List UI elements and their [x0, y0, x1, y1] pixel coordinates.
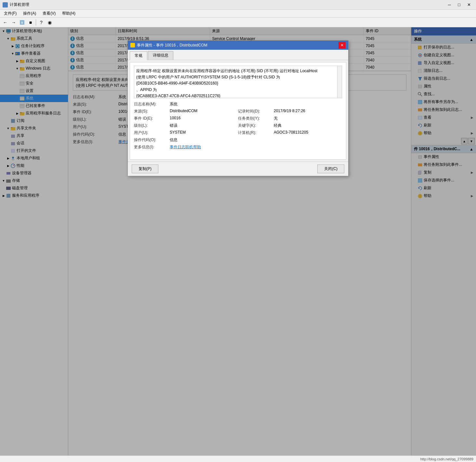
dlg-eventid-label: 事件 ID(E):: [134, 116, 170, 121]
menu-help[interactable]: 帮助(H): [59, 10, 78, 17]
dlg-opcode-value: 信息: [170, 137, 238, 143]
dlg-opcode-label: 操作代码(O):: [134, 137, 170, 143]
dialog-scroll-text3: {D63B10C5-BB46-4990-A94F-E40B9D520160}: [136, 80, 340, 86]
dialog-detail-fields: 日志名称(M): 系统 来源(S): DistributedCOM 记录时间(D…: [134, 101, 342, 150]
dialog-title-left: 事件属性 - 事件 10016，DistributedCOM: [130, 43, 207, 48]
modal-overlay: 事件属性 - 事件 10016，DistributedCOM ✕ 常规 详细信息…: [0, 27, 476, 462]
title-bar: 计算机管理 ─ □ ✕: [0, 0, 476, 10]
dialog-scroll-text1: 应用程序-特定 权限设置并未向在应用程序容器中运行的地址 (不可用) SID (…: [136, 68, 340, 74]
dlg-eventid-value: 10016: [170, 116, 238, 121]
close-btn[interactable]: ✕: [464, 1, 473, 8]
minimize-btn[interactable]: ─: [445, 1, 454, 8]
dlg-user-label: 用户(U):: [134, 130, 170, 136]
dialog-scroll-text2: (使用 LRPC 中的用户 NT AUTHORITY\SYSTEM SID (S…: [136, 74, 340, 80]
dlg-keyword-value: 经典: [274, 123, 342, 128]
toolbar-help[interactable]: ?: [37, 19, 45, 26]
dialog-tab-general[interactable]: 常规: [130, 51, 147, 60]
toolbar-back[interactable]: ←: [1, 19, 9, 26]
dlg-level-value: 错误: [170, 123, 238, 128]
dlg-keyword-label: 关键字(K):: [238, 123, 274, 128]
dialog-content: 应用程序-特定 权限设置并未向在应用程序容器中运行的地址 (不可用) SID (…: [130, 62, 346, 160]
dlg-empty4: [274, 137, 342, 143]
dialog-tab-details[interactable]: 详细信息: [148, 51, 173, 60]
dialog-title-text: 事件属性 - 事件 10016，DistributedCOM: [137, 43, 207, 48]
dlg-logname-label: 日志名称(M):: [134, 101, 170, 107]
dialog-close-x-btn[interactable]: ✕: [338, 42, 346, 48]
menu-file[interactable]: 文件(F): [1, 10, 19, 17]
dialog-title-bar: 事件属性 - 事件 10016，DistributedCOM ✕: [128, 41, 348, 50]
dlg-level-label: 级别(L):: [134, 123, 170, 128]
app-icon: [3, 2, 8, 7]
up-icon: ⬆: [20, 20, 25, 25]
dlg-source-label: 来源(S):: [134, 109, 170, 114]
title-text: 计算机管理: [10, 2, 29, 7]
dlg-rectime-value: 2017/9/19 8:27:26: [274, 109, 342, 114]
dialog-icon: [130, 43, 135, 47]
toolbar-up[interactable]: ⬆: [18, 19, 26, 26]
dialog-scroll-area[interactable]: 应用程序-特定 权限设置并未向在应用程序容器中运行的地址 (不可用) SID (…: [134, 66, 342, 98]
toolbar: ← → ⬆ ■ ? ◉: [0, 18, 476, 27]
status-bar-text: http://blog.csdn.net/qq_27099889: [420, 457, 473, 461]
dlg-empty3: [238, 137, 274, 143]
dlg-moreinfo-link[interactable]: 事件日志联机帮助: [170, 144, 238, 150]
status-bar: http://blog.csdn.net/qq_27099889: [0, 455, 476, 462]
dialog-footer: 复制(P) 关闭(C): [128, 162, 348, 176]
dlg-taskcat-label: 任务类别(Y):: [238, 116, 274, 121]
dialog-tabs: 常规 详细信息: [128, 50, 348, 60]
dialog-scroll-text4: 、APPID 为: [136, 87, 340, 93]
dlg-logname-value: 系统: [170, 101, 238, 107]
dlg-user-value: SYSTEM: [170, 130, 238, 136]
title-bar-left: 计算机管理: [3, 2, 29, 7]
dialog-close-btn[interactable]: 关闭(C): [317, 165, 344, 173]
toolbar-extra[interactable]: ◉: [46, 19, 54, 26]
toolbar-stop[interactable]: ■: [27, 19, 34, 26]
dlg-empty1: [238, 101, 274, 107]
dlg-taskcat-value: 无: [274, 116, 342, 121]
event-properties-dialog: 事件属性 - 事件 10016，DistributedCOM ✕ 常规 详细信息…: [127, 40, 349, 176]
dlg-rectime-label: 记录时间(D):: [238, 109, 274, 114]
dialog-scrollbar[interactable]: [337, 66, 342, 98]
toolbar-forward[interactable]: →: [10, 19, 18, 26]
dlg-computer-value: AGOC3-708131205: [274, 130, 342, 136]
toolbar-sep: [36, 19, 36, 26]
maximize-btn[interactable]: □: [455, 1, 464, 8]
dlg-computer-label: 计算机(R):: [238, 130, 274, 136]
svg-text:⬆: ⬆: [21, 21, 23, 24]
dlg-moreinfo-label: 更多信息(I):: [134, 144, 170, 150]
title-controls: ─ □ ✕: [445, 1, 473, 8]
menu-action[interactable]: 操作(A): [20, 10, 39, 17]
menu-view[interactable]: 查看(V): [40, 10, 58, 17]
dialog-scroll-text5: {9CA88EE3-ACB7-47C8-AFC4-AB702511C276}: [136, 93, 340, 98]
dlg-source-value: DistributedCOM: [170, 109, 238, 114]
menu-bar: 文件(F) 操作(A) 查看(V) 帮助(H): [0, 10, 476, 18]
dlg-empty2: [274, 101, 342, 107]
dialog-copy-btn[interactable]: 复制(P): [132, 165, 158, 173]
